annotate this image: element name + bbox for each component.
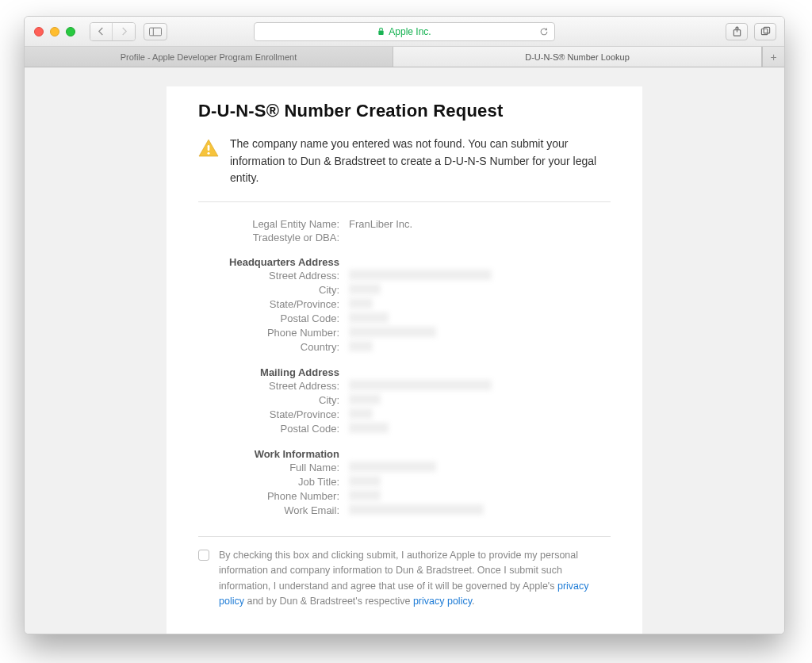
- svg-rect-2: [379, 31, 384, 35]
- zoom-window-button[interactable]: [66, 27, 75, 36]
- tradestyle-label: Tradestyle or DBA:: [198, 232, 349, 243]
- mailing-street-label: Street Address:: [198, 380, 349, 393]
- hq-phone-value: [349, 327, 611, 339]
- divider: [198, 536, 611, 537]
- tab-bar: Profile - Apple Developer Program Enroll…: [25, 47, 784, 67]
- forward-button[interactable]: [113, 23, 135, 40]
- close-window-button[interactable]: [34, 27, 44, 36]
- work-jobtitle-value: [349, 476, 611, 489]
- svg-rect-4: [761, 29, 767, 34]
- hq-state-value: [349, 298, 611, 311]
- svg-rect-6: [208, 145, 210, 151]
- hq-city-label: City:: [198, 284, 349, 297]
- mailing-postal-label: Postal Code:: [198, 423, 349, 435]
- hq-heading: Headquarters Address: [198, 256, 349, 268]
- work-phone-label: Phone Number:: [198, 490, 349, 503]
- mailing-heading: Mailing Address: [198, 366, 349, 378]
- alert-row: The company name you entered was not fou…: [198, 136, 611, 187]
- consent-pre: By checking this box and clicking submit…: [219, 550, 578, 592]
- mailing-state-label: State/Province:: [198, 408, 349, 421]
- work-phone-value: [349, 490, 611, 503]
- legal-entity-label: Legal Entity Name:: [198, 218, 349, 230]
- browser-window: Apple Inc. Profile - Apple Developer Pro…: [24, 16, 785, 634]
- mailing-state-value: [349, 408, 611, 421]
- hq-street-label: Street Address:: [198, 270, 349, 282]
- consent-mid: and by Dun & Bradstreet's respective: [244, 596, 413, 607]
- work-jobtitle-label: Job Title:: [198, 476, 349, 489]
- work-email-value: [349, 504, 611, 517]
- tab-0[interactable]: Profile - Apple Developer Program Enroll…: [25, 47, 393, 67]
- hq-city-value: [349, 284, 611, 297]
- tab-1[interactable]: D-U-N-S® Number Lookup: [393, 47, 762, 67]
- hq-country-label: Country:: [198, 341, 349, 354]
- hq-phone-label: Phone Number:: [198, 327, 349, 339]
- tradestyle-value: [349, 232, 611, 243]
- work-fullname-label: Full Name:: [198, 462, 349, 474]
- mailing-postal-value: [349, 423, 611, 435]
- share-button[interactable]: [726, 23, 748, 40]
- mailing-city-label: City:: [198, 394, 349, 407]
- sidebar-toggle-button[interactable]: [144, 23, 167, 40]
- page-card: D-U-N-S® Number Creation Request The com…: [167, 86, 642, 634]
- mailing-city-value: [349, 394, 611, 407]
- new-tab-button[interactable]: +: [762, 47, 784, 67]
- svg-point-7: [208, 152, 210, 155]
- alert-message: The company name you entered was not fou…: [230, 136, 611, 187]
- address-bar-host: Apple Inc.: [389, 26, 431, 37]
- work-heading: Work Information: [198, 448, 349, 460]
- tabs-button[interactable]: [754, 23, 776, 40]
- toolbar-right: [726, 23, 776, 40]
- consent-row: By checking this box and clicking submit…: [198, 548, 611, 610]
- page-title: D-U-N-S® Number Creation Request: [198, 101, 611, 121]
- hq-country-value: [349, 341, 611, 354]
- svg-rect-5: [764, 27, 769, 33]
- form-summary: Legal Entity Name:FranLiber Inc. Tradest…: [198, 218, 611, 517]
- work-email-label: Work Email:: [198, 504, 349, 517]
- hq-state-label: State/Province:: [198, 298, 349, 311]
- consent-post: .: [472, 596, 474, 607]
- divider: [198, 201, 611, 202]
- hq-postal-label: Postal Code:: [198, 312, 349, 325]
- page-viewport: D-U-N-S® Number Creation Request The com…: [25, 67, 784, 634]
- window-controls: [34, 27, 75, 36]
- tab-1-title: D-U-N-S® Number Lookup: [525, 52, 630, 62]
- warning-icon: [198, 139, 219, 158]
- consent-text: By checking this box and clicking submit…: [219, 548, 611, 610]
- nav-buttons: [90, 22, 136, 41]
- dnb-privacy-link[interactable]: privacy policy: [413, 596, 472, 607]
- back-button[interactable]: [90, 23, 113, 40]
- mailing-street-value: [349, 380, 611, 393]
- tab-0-title: Profile - Apple Developer Program Enroll…: [121, 52, 297, 62]
- svg-rect-0: [149, 28, 161, 36]
- titlebar: Apple Inc.: [25, 17, 784, 47]
- lock-icon: [377, 27, 385, 36]
- address-bar[interactable]: Apple Inc.: [254, 22, 555, 41]
- reload-icon[interactable]: [539, 27, 549, 36]
- minimize-window-button[interactable]: [50, 27, 59, 36]
- work-fullname-value: [349, 462, 611, 474]
- consent-checkbox[interactable]: [198, 550, 209, 561]
- legal-entity-value: FranLiber Inc.: [349, 218, 611, 230]
- hq-postal-value: [349, 312, 611, 325]
- hq-street-value: [349, 270, 611, 282]
